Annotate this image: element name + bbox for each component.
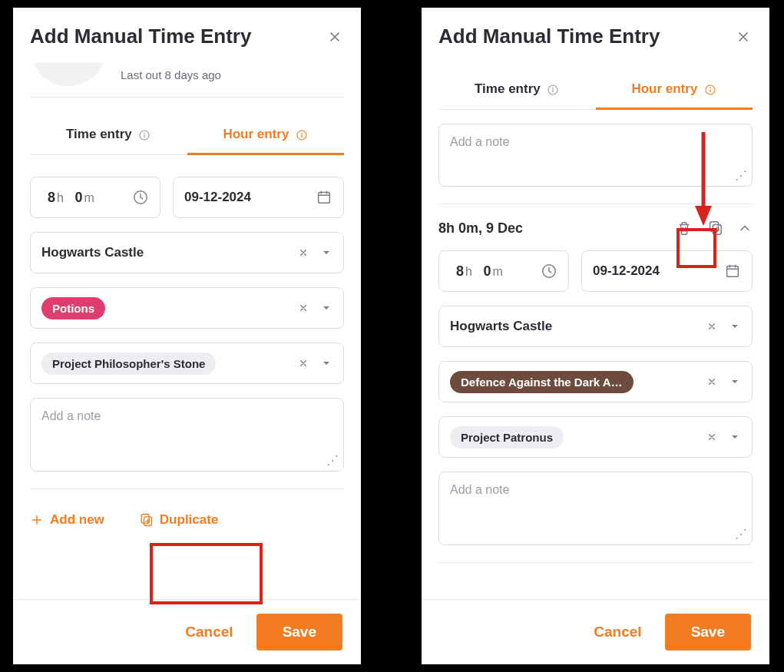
clock-icon [132,189,149,206]
divider [30,488,344,489]
duplicate-icon[interactable] [706,220,723,237]
last-out-text: Last out 8 days ago [121,68,221,81]
close-icon[interactable] [327,29,342,45]
date-field[interactable]: 09-12-2024 [581,250,753,292]
minutes-unit: m [492,265,502,278]
dialog-title: Add Manual Time Entry [30,25,251,48]
add-new-button[interactable]: Add new [30,512,104,528]
category-select[interactable]: Potions [30,287,344,329]
info-icon [547,84,559,96]
resize-handle[interactable]: ⋰ [326,453,339,468]
minutes-unit: m [84,191,94,204]
project-select[interactable]: Project Philosopher's Stone [30,343,344,384]
clear-icon[interactable] [297,357,309,369]
chevron-down-icon[interactable] [320,357,332,369]
save-button[interactable]: Save [665,614,751,650]
info-icon [138,129,151,141]
note-placeholder: Add a note [450,135,509,148]
hours-unit: h [465,265,472,278]
clear-icon[interactable] [297,302,309,314]
info-icon [296,129,308,141]
user-row: Last out 8 days ago [13,63,361,97]
header: Add Manual Time Entry [422,8,769,56]
tab-label: Time entry [66,127,132,141]
clear-icon[interactable] [706,431,718,443]
minutes-value: 0 [74,190,82,205]
resize-handle[interactable]: ⋰ [735,527,747,541]
entry-tabs: Time entry Hour entry [30,118,344,155]
divider [438,204,753,204]
close-icon[interactable] [736,29,751,45]
category-chip: Potions [41,297,105,319]
time-date-row: 8h 0m 09-12-2024 [438,250,753,292]
chevron-down-icon[interactable] [320,247,332,259]
hours-value: 8 [456,263,464,279]
add-new-label: Add new [50,512,104,528]
tab-label: Hour entry [223,127,289,141]
clear-icon[interactable] [706,376,718,388]
hours-value: 8 [48,190,55,205]
chevron-down-icon[interactable] [729,376,741,388]
plus-icon [30,513,44,527]
location-value: Hogwarts Castle [450,319,552,334]
project-chip: Project Patronus [450,426,564,449]
category-select[interactable]: Defence Against the Dark A… [438,361,753,402]
date-value: 09-12-2024 [184,190,251,205]
duration-field[interactable]: 8h 0m [438,250,569,292]
duration-field[interactable]: 8h 0m [30,177,160,218]
note-placeholder: Add a note [41,409,101,422]
clock-icon [541,263,557,280]
tab-label: Hour entry [631,81,697,96]
avatar [30,63,107,86]
minutes-value: 0 [483,263,491,279]
tab-time-entry[interactable]: Time entry [30,118,187,154]
tab-hour-entry[interactable]: Hour entry [187,118,345,154]
duplicate-icon [138,512,154,528]
chevron-down-icon[interactable] [320,302,332,314]
note-field-top[interactable]: Add a note ⋰ [438,124,753,187]
chevron-down-icon[interactable] [729,320,741,333]
entry-summary: 8h 0m, 9 Dec [438,220,753,237]
dialog-title: Add Manual Time Entry [438,25,660,48]
project-select[interactable]: Project Patronus [438,416,753,458]
chevron-down-icon[interactable] [729,431,741,443]
tab-label: Time entry [475,81,541,96]
calendar-icon [724,263,741,280]
entry-tabs: Time entry Hour entry [438,72,753,110]
time-date-row: 8h 0m 09-12-2024 [30,177,344,218]
date-field[interactable]: 09-12-2024 [173,177,344,218]
project-chip: Project Philosopher's Stone [41,353,216,375]
footer: Cancel Save [422,599,769,664]
save-button[interactable]: Save [256,614,342,650]
clear-icon[interactable] [297,247,309,259]
duplicate-label: Duplicate [160,512,219,528]
left-panel: Add Manual Time Entry Last out 8 days ag… [12,7,362,665]
footer: Cancel Save [13,599,361,664]
info-icon [704,84,716,96]
cancel-button[interactable]: Cancel [589,623,646,641]
left-body: Last out 8 days ago Time entry Hour entr… [13,63,361,599]
location-select[interactable]: Hogwarts Castle [438,306,753,347]
divider [30,97,344,98]
resize-handle[interactable]: ⋰ [735,168,747,183]
cancel-button[interactable]: Cancel [180,623,237,641]
note-field[interactable]: Add a note ⋰ [30,398,344,472]
calendar-icon [316,189,332,206]
trash-icon[interactable] [676,220,693,237]
right-panel: Add Manual Time Entry Time entry Hour en… [421,7,770,665]
tab-time-entry[interactable]: Time entry [438,72,596,109]
duplicate-button[interactable]: Duplicate [138,512,219,528]
location-value: Hogwarts Castle [41,245,144,260]
tab-hour-entry[interactable]: Hour entry [596,72,753,109]
note-field[interactable]: Add a note ⋰ [438,472,753,545]
hours-unit: h [57,191,64,204]
action-links: Add new Duplicate [30,512,344,528]
location-select[interactable]: Hogwarts Castle [30,232,344,273]
category-chip: Defence Against the Dark A… [450,371,633,393]
right-body: Time entry Hour entry Add a note ⋰ 8h 0m… [422,63,769,599]
date-value: 09-12-2024 [593,263,660,279]
chevron-up-icon[interactable] [737,220,753,236]
note-placeholder: Add a note [450,483,509,496]
clear-icon[interactable] [706,320,718,333]
summary-text: 8h 0m, 9 Dec [438,220,523,237]
